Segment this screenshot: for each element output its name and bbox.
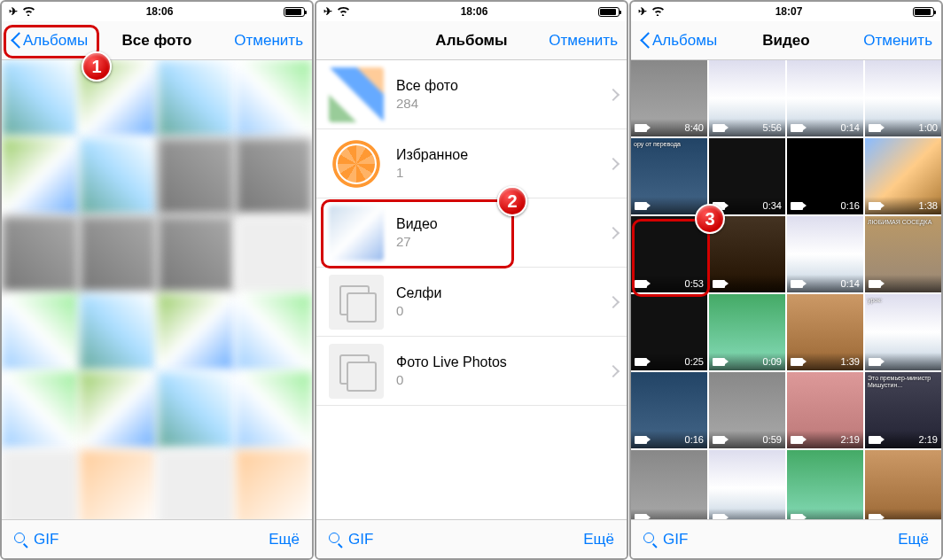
- video-duration: 0:16: [685, 434, 704, 445]
- video-thumb[interactable]: Это премьер-министр Мишустин...2:19: [865, 372, 941, 448]
- video-overlay: [631, 197, 707, 214]
- video-duration: 1:00: [919, 122, 938, 133]
- video-overlay: 2:19: [787, 431, 863, 448]
- camera-icon: [635, 280, 647, 288]
- photo-thumb[interactable]: [236, 450, 312, 519]
- video-thumb[interactable]: 0:16: [631, 372, 707, 448]
- photo-thumb[interactable]: [236, 216, 312, 292]
- video-overlay: 8:40: [631, 119, 707, 136]
- photo-thumb[interactable]: [80, 138, 156, 214]
- video-thumb[interactable]: ЛЮБИМАЯ СОСЕДКА: [865, 216, 941, 292]
- photo-thumb[interactable]: [158, 216, 234, 292]
- airplane-icon: ✈: [9, 5, 18, 18]
- album-thumb: [329, 206, 384, 261]
- video-overlay: 0:09: [709, 353, 785, 370]
- wifi-icon: [22, 6, 35, 18]
- video-thumb[interactable]: [631, 450, 707, 519]
- video-thumb[interactable]: [787, 450, 863, 519]
- video-thumb[interactable]: [865, 450, 941, 519]
- photo-thumb[interactable]: [80, 216, 156, 292]
- video-thumb[interactable]: 2:19: [787, 372, 863, 448]
- cancel-button[interactable]: Отменить: [549, 32, 618, 50]
- phone-screen-2: ✈ 18:06 Альбомы Отменить Все фото 284: [315, 0, 628, 560]
- photo-thumb[interactable]: [80, 60, 156, 136]
- video-thumb[interactable]: урок:: [865, 294, 941, 370]
- bottom-bar: GIF Ещё: [2, 519, 312, 558]
- video-thumb[interactable]: 0:14: [787, 60, 863, 136]
- video-thumb[interactable]: [709, 216, 785, 292]
- photo-thumb[interactable]: [236, 138, 312, 214]
- video-overlay: [709, 509, 785, 519]
- photo-thumb[interactable]: [2, 138, 78, 214]
- video-thumb[interactable]: 0:14: [787, 216, 863, 292]
- photo-thumb[interactable]: [158, 294, 234, 370]
- more-button[interactable]: Ещё: [269, 531, 300, 548]
- video-thumb[interactable]: 1:39: [787, 294, 863, 370]
- video-thumb[interactable]: 0:16: [787, 138, 863, 214]
- gif-search-button[interactable]: GIF: [329, 531, 373, 548]
- gif-search-button[interactable]: GIF: [14, 531, 58, 548]
- back-button[interactable]: Альбомы: [11, 32, 88, 50]
- back-label: Альбомы: [652, 32, 717, 50]
- video-thumb[interactable]: 1:38: [865, 138, 941, 214]
- album-row-all-photos[interactable]: Все фото 284: [316, 60, 627, 129]
- camera-icon: [791, 436, 803, 444]
- photo-thumb[interactable]: [2, 450, 78, 519]
- video-thumb[interactable]: 0:53: [631, 216, 707, 292]
- photo-thumb[interactable]: [80, 372, 156, 448]
- photo-thumb[interactable]: [2, 60, 78, 136]
- search-icon: [329, 533, 343, 547]
- battery-icon: [913, 7, 934, 17]
- video-thumb[interactable]: ору от перевода: [631, 138, 707, 214]
- video-caption: урок:: [868, 297, 939, 304]
- chevron-right-icon: [609, 365, 616, 377]
- more-button[interactable]: Ещё: [583, 531, 614, 548]
- video-thumb[interactable]: 1:00: [865, 60, 941, 136]
- video-thumb[interactable]: 8:40: [631, 60, 707, 136]
- album-row-video[interactable]: Видео 27: [316, 198, 627, 268]
- video-duration: 0:14: [841, 122, 860, 133]
- photo-thumb[interactable]: [236, 60, 312, 136]
- video-thumb[interactable]: 0:34: [709, 138, 785, 214]
- nav-title: Все фото: [121, 32, 191, 50]
- airplane-icon: ✈: [323, 5, 332, 18]
- photo-thumb[interactable]: [236, 294, 312, 370]
- photo-thumb[interactable]: [158, 60, 234, 136]
- photo-thumb[interactable]: [158, 450, 234, 519]
- video-overlay: [865, 275, 941, 292]
- photo-thumb[interactable]: [2, 216, 78, 292]
- video-thumb[interactable]: 0:09: [709, 294, 785, 370]
- video-duration: 1:38: [919, 200, 938, 211]
- photo-thumb[interactable]: [158, 372, 234, 448]
- video-thumb[interactable]: 0:25: [631, 294, 707, 370]
- more-button[interactable]: Ещё: [898, 531, 929, 548]
- back-label: Альбомы: [23, 32, 88, 50]
- album-row-live-photos[interactable]: Фото Live Photos 0: [316, 337, 627, 406]
- video-overlay: 2:19: [865, 431, 941, 448]
- photo-thumb[interactable]: [236, 372, 312, 448]
- gif-search-button[interactable]: GIF: [643, 531, 688, 548]
- status-time: 18:06: [461, 5, 488, 18]
- search-icon: [14, 533, 28, 547]
- video-thumb[interactable]: 0:59: [709, 372, 785, 448]
- video-duration: 1:39: [841, 356, 860, 367]
- cancel-button[interactable]: Отменить: [234, 32, 303, 50]
- camera-icon: [791, 358, 803, 366]
- camera-icon: [791, 514, 803, 520]
- video-duration: 0:59: [763, 434, 782, 445]
- photo-thumb[interactable]: [2, 372, 78, 448]
- camera-icon: [635, 358, 647, 366]
- chevron-left-icon: [640, 32, 651, 50]
- cancel-button[interactable]: Отменить: [863, 32, 932, 50]
- video-thumb[interactable]: [709, 450, 785, 519]
- photo-thumb[interactable]: [2, 294, 78, 370]
- photo-thumb[interactable]: [80, 450, 156, 519]
- video-caption: ору от перевода: [634, 141, 705, 148]
- back-button[interactable]: Альбомы: [640, 32, 717, 50]
- photo-thumb[interactable]: [80, 294, 156, 370]
- video-thumb[interactable]: 5:56: [709, 60, 785, 136]
- album-row-favorites[interactable]: Избранное 1: [316, 129, 627, 198]
- album-row-selfie[interactable]: Селфи 0: [316, 268, 627, 337]
- photo-thumb[interactable]: [158, 138, 234, 214]
- status-time: 18:07: [775, 5, 803, 18]
